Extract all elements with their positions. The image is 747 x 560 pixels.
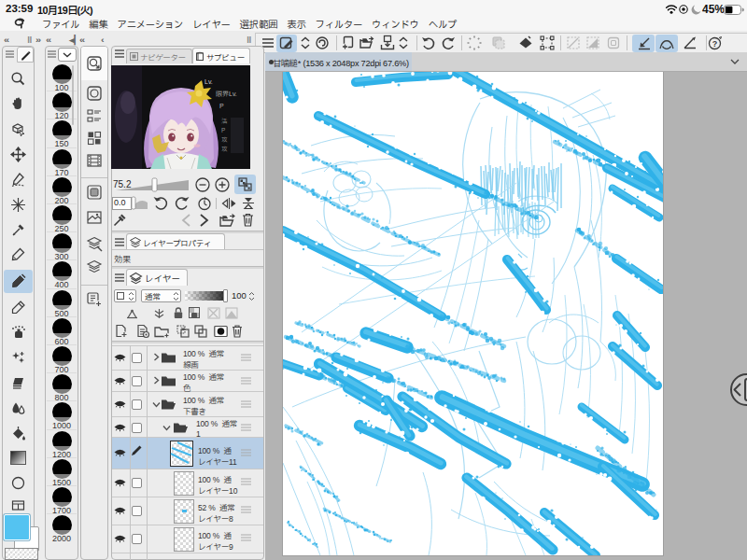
svg-text:?: ? [712, 39, 718, 49]
svg-text:限界Lv.: 限界Lv. [216, 91, 237, 97]
svg-text:攻: 攻 [221, 136, 228, 143]
svg-text:P: P [221, 127, 225, 133]
svg-text:活: 活 [221, 118, 228, 124]
svg-text:P: P [219, 103, 224, 109]
svg-text:Lv.: Lv. [204, 78, 213, 85]
svg-text:攻: 攻 [221, 146, 228, 152]
